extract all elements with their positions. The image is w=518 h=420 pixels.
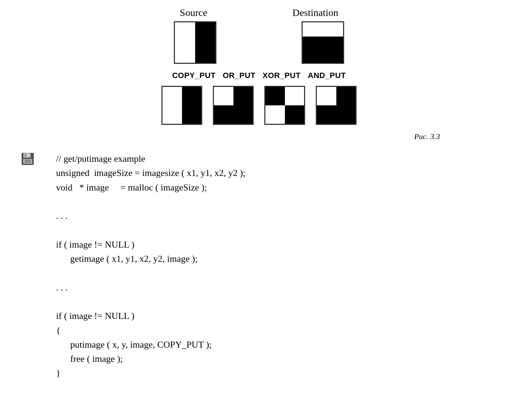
- or-br: [233, 105, 253, 124]
- code-line-1: unsigned imageSize = imagesize ( x1, y1,…: [56, 166, 246, 180]
- figure-caption: Рис. 3.3: [64, 132, 454, 141]
- code-line-3: [56, 195, 246, 209]
- code-line-5: [56, 223, 246, 237]
- bitmap-row: [174, 21, 344, 64]
- svg-rect-2: [24, 154, 26, 157]
- code-content: // get/putimage example unsigned imageSi…: [56, 152, 246, 381]
- xor-tr: [285, 87, 304, 105]
- copy-put-left: [162, 87, 182, 124]
- code-header-row: // get/putimage example unsigned imageSi…: [21, 152, 497, 381]
- diagram-section: Source Destination COPY_PUT OR_PUT XOR_P…: [0, 0, 518, 152]
- xor-put-label: XOR_PUT: [263, 71, 301, 80]
- or-tr: [233, 87, 253, 105]
- or-put-grid: [214, 87, 253, 124]
- code-line-9: . . .: [56, 281, 246, 295]
- xor-put-result: [264, 86, 305, 125]
- results-row: [161, 86, 357, 125]
- and-put-label: AND_PUT: [308, 71, 346, 80]
- dest-top: [303, 22, 343, 37]
- copy-put-result: [161, 86, 202, 125]
- ops-labels-row: COPY_PUT OR_PUT XOR_PUT AND_PUT: [172, 71, 346, 80]
- code-line-13: putimage ( x, y, image, COPY_PUT );: [56, 338, 246, 352]
- xor-tl: [265, 87, 285, 105]
- and-tl: [317, 87, 336, 105]
- code-line-10: [56, 295, 246, 309]
- code-line-12: {: [56, 324, 246, 338]
- and-bl: [317, 105, 336, 124]
- disk-icon: [21, 153, 34, 165]
- or-bl: [214, 105, 233, 124]
- code-line-8: [56, 266, 246, 280]
- xor-br: [285, 105, 304, 124]
- copy-put-right: [182, 87, 202, 124]
- labels-row: Source Destination: [180, 7, 338, 18]
- code-comment-line: // get/putimage example: [56, 152, 246, 166]
- source-label: Source: [180, 7, 208, 18]
- xor-bl: [265, 105, 285, 124]
- or-put-result: [213, 86, 254, 125]
- and-put-result: [316, 86, 357, 125]
- code-line-11: if ( image != NULL ): [56, 309, 246, 323]
- dest-label: Destination: [292, 7, 338, 18]
- dest-bitmap: [302, 21, 344, 64]
- and-tr: [336, 87, 356, 105]
- code-section: // get/putimage example unsigned imageSi…: [0, 152, 518, 381]
- code-line-14: free ( image );: [56, 352, 246, 366]
- dest-bottom: [303, 37, 343, 63]
- source-bitmap: [174, 21, 216, 64]
- source-left: [175, 22, 195, 63]
- source-right: [195, 22, 215, 63]
- code-line-6: if ( image != NULL ): [56, 238, 246, 252]
- xor-put-grid: [265, 87, 304, 124]
- code-line-15: }: [56, 366, 246, 380]
- and-put-grid: [317, 87, 356, 124]
- code-line-4: . . .: [56, 209, 246, 223]
- page-container: Source Destination COPY_PUT OR_PUT XOR_P…: [0, 0, 518, 420]
- copy-put-label: COPY_PUT: [172, 71, 216, 80]
- svg-rect-4: [25, 160, 31, 163]
- code-line-7: getimage ( x1, y1, x2, y2, image );: [56, 252, 246, 266]
- or-put-label: OR_PUT: [223, 71, 255, 80]
- and-br: [336, 105, 356, 124]
- code-line-2: void * image = malloc ( imageSize );: [56, 181, 246, 195]
- or-tl: [214, 87, 233, 105]
